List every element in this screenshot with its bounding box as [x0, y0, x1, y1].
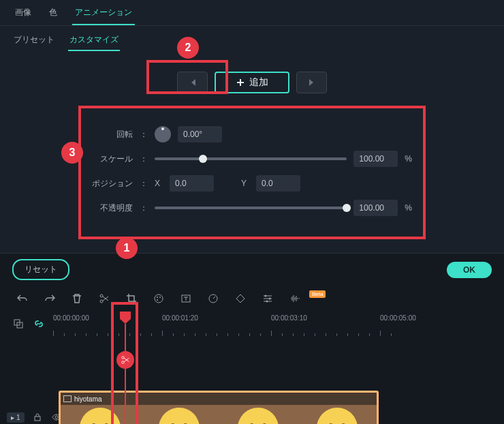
speed-icon[interactable] [207, 292, 219, 305]
tick-2: 00:00:03:10 [271, 314, 307, 322]
tab-animation[interactable]: アニメーション [72, 7, 135, 25]
position-label: ポジション [92, 178, 133, 190]
subtab-preset[interactable]: プリセット [12, 34, 56, 51]
scissors-marker[interactable] [116, 351, 134, 369]
svg-point-16 [122, 361, 125, 364]
keyframe-icon[interactable] [234, 292, 247, 305]
svg-point-36 [317, 408, 358, 424]
opacity-unit: % [405, 203, 412, 213]
delete-icon[interactable] [71, 292, 83, 305]
svg-point-3 [157, 297, 158, 298]
tick-1: 00:00:01:20 [162, 314, 198, 322]
tab-image[interactable]: 画像 [12, 7, 34, 25]
position-y-input[interactable] [256, 175, 300, 192]
svg-point-9 [269, 298, 271, 300]
svg-point-0 [100, 294, 103, 297]
ok-button[interactable]: OK [447, 262, 492, 278]
split-icon[interactable] [98, 292, 110, 305]
scale-input[interactable] [353, 151, 398, 167]
adjust-icon[interactable] [262, 292, 274, 305]
svg-point-2 [155, 294, 163, 303]
callout-1: 1 [116, 237, 138, 259]
tick-3: 00:00:05:00 [380, 314, 416, 322]
link-icon[interactable] [33, 318, 45, 330]
opacity-input[interactable] [353, 200, 398, 216]
tick-0: 00:00:00:00 [53, 314, 89, 322]
timeline-ruler[interactable]: 00:00:00:00 00:00:01:20 00:00:03:10 00:0… [53, 312, 492, 336]
scale-unit: % [405, 154, 412, 164]
scale-label: スケール [92, 153, 133, 165]
svg-point-5 [157, 299, 158, 301]
undo-icon[interactable] [16, 292, 29, 305]
rotation-label: 回転 [92, 129, 133, 140]
video-clip[interactable]: hiyotama [59, 391, 379, 424]
opacity-label: 不透明度 [92, 202, 133, 214]
add-keyframe-button[interactable]: 追加 [215, 72, 289, 93]
svg-point-4 [159, 297, 161, 298]
svg-point-10 [266, 301, 268, 303]
add-keyframe-label: 追加 [249, 76, 268, 89]
clip-name: hiyotama [74, 395, 102, 403]
prev-keyframe-button[interactable] [177, 72, 208, 93]
audio-icon[interactable] [289, 292, 301, 305]
text-icon[interactable] [180, 292, 192, 305]
rotation-input[interactable] [178, 126, 222, 142]
clip-thumb-icon [63, 395, 72, 402]
track-video-badge: ▸1 [7, 412, 25, 423]
tab-color[interactable]: 色 [46, 7, 60, 25]
svg-point-1 [100, 300, 103, 303]
lock-icon[interactable] [31, 411, 44, 423]
beta-badge: Beta [309, 290, 326, 298]
reset-button[interactable]: リセット [12, 259, 69, 280]
redo-icon[interactable] [44, 292, 56, 305]
svg-point-18 [80, 408, 121, 424]
svg-rect-13 [35, 417, 40, 421]
layers-icon[interactable] [12, 318, 25, 330]
callout-2: 2 [177, 37, 199, 59]
crop-icon[interactable] [125, 292, 138, 305]
position-y-label: Y [241, 179, 249, 188]
rotation-dial[interactable] [155, 126, 171, 142]
svg-point-24 [159, 408, 200, 424]
svg-point-8 [265, 295, 267, 297]
svg-point-30 [238, 408, 279, 424]
scale-slider[interactable] [155, 157, 347, 160]
subtab-customize[interactable]: カスタマイズ [68, 34, 120, 51]
svg-point-15 [122, 357, 125, 359]
next-keyframe-button[interactable] [296, 72, 327, 93]
callout-3: 3 [61, 142, 83, 164]
opacity-slider[interactable] [155, 207, 347, 209]
position-x-label: X [155, 179, 163, 188]
color-icon[interactable] [153, 292, 165, 305]
position-x-input[interactable] [170, 175, 214, 192]
